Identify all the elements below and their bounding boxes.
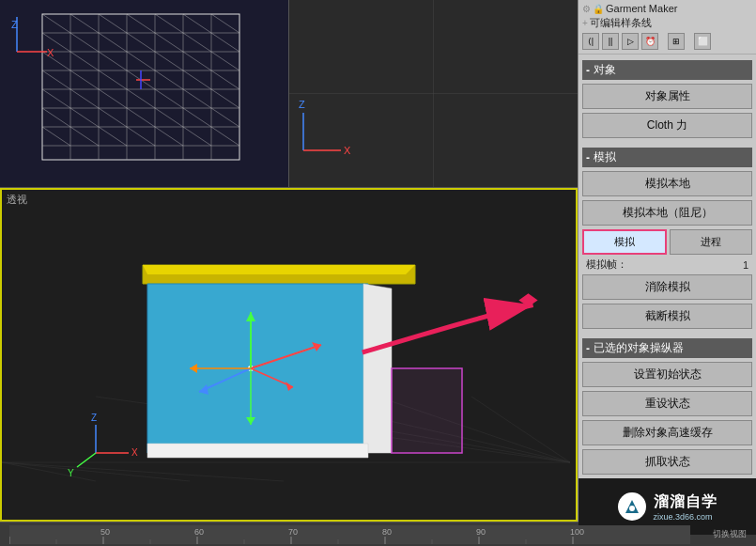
delete-cache-button[interactable]: 删除对象高速缓存 xyxy=(582,420,752,445)
viewport-mesh[interactable]: Z X xyxy=(0,0,289,187)
sim-frame-value: 1 xyxy=(720,259,748,271)
svg-text:100: 100 xyxy=(570,527,584,537)
ruler: 50 60 70 80 90 100 xyxy=(9,525,690,544)
svg-text:70: 70 xyxy=(288,527,298,537)
watermark-main-text: 溜溜自学 xyxy=(654,492,717,512)
viewport-area: Z X Z X xyxy=(0,0,578,522)
panel-toolbar: ⚙ 🔒 Garment Maker + 可编辑样条线 ⟨| || ▷ ⏰ ⊞ ⬜ xyxy=(579,0,756,55)
viewport-top-row: Z X Z X xyxy=(0,0,578,188)
set-initial-button[interactable]: 设置初始状态 xyxy=(582,362,752,387)
svg-text:Y: Y xyxy=(68,468,74,478)
editable-spline-label: 可编辑样条线 xyxy=(590,16,652,30)
panel-icon-btn-4[interactable]: ⏰ xyxy=(641,33,658,50)
panel-icons-row: ⟨| || ▷ ⏰ ⊞ ⬜ xyxy=(582,31,752,52)
simulate-collapse-icon: - xyxy=(586,151,590,164)
svg-text:X: X xyxy=(47,47,54,58)
object-tools-title: 已选的对象操纵器 xyxy=(594,340,684,356)
svg-text:50: 50 xyxy=(100,527,110,537)
truncate-sim-button[interactable]: 截断模拟 xyxy=(582,304,752,329)
clear-sim-button[interactable]: 消除模拟 xyxy=(582,274,752,300)
simulate-section: - 模拟 模拟本地 模拟本地（阻尼） 模拟 进程 模拟帧： 1 消除模拟 截断模… xyxy=(579,144,756,333)
viewport-top-right[interactable]: Z X xyxy=(289,0,578,187)
svg-text:X: X xyxy=(131,447,138,458)
svg-text:90: 90 xyxy=(476,527,486,537)
object-tools-section: - 已选的对象操纵器 设置初始状态 重设状态 删除对象高速缓存 抓取状态 xyxy=(579,335,756,478)
simulate-section-title: 模拟 xyxy=(594,149,616,165)
obj-props-button[interactable]: 对象属性 xyxy=(582,84,752,109)
sim-local-button[interactable]: 模拟本地 xyxy=(582,171,752,196)
svg-text:Z: Z xyxy=(91,413,97,423)
toolbar-row-garment[interactable]: ⚙ 🔒 Garment Maker xyxy=(582,2,752,15)
watermark-text-group: 溜溜自学 zixue.3d66.com xyxy=(654,492,717,522)
object-collapse-icon: - xyxy=(586,64,590,77)
progress-button[interactable]: 进程 xyxy=(670,229,752,255)
object-section: - 对象 对象属性 Cloth 力 xyxy=(579,56,756,142)
watermark-sub-text: zixue.3d66.com xyxy=(654,512,717,522)
sim-frame-label: 模拟帧： xyxy=(586,257,720,272)
object-tools-collapse-icon: - xyxy=(586,342,590,355)
cloth-force-button[interactable]: Cloth 力 xyxy=(582,113,752,138)
watermark: 溜溜自学 zixue.3d66.com xyxy=(618,492,717,522)
svg-text:X: X xyxy=(344,145,351,156)
svg-marker-88 xyxy=(143,265,415,274)
grab-state-button[interactable]: 抓取状态 xyxy=(582,449,752,475)
svg-rect-93 xyxy=(392,368,462,453)
simulate-button[interactable]: 模拟 xyxy=(582,229,667,255)
reset-state-button[interactable]: 重设状态 xyxy=(582,391,752,416)
svg-marker-90 xyxy=(363,284,392,453)
svg-text:Z: Z xyxy=(299,99,305,110)
svg-marker-91 xyxy=(147,444,368,458)
panel-icon-btn-3[interactable]: ▷ xyxy=(622,33,639,50)
sim-frame-row: 模拟帧： 1 xyxy=(582,257,752,273)
status-bar: 50 60 70 80 90 100 切换视图 xyxy=(0,522,756,546)
object-tools-header[interactable]: - 已选的对象操纵器 xyxy=(582,338,752,358)
panel-icon-btn-2[interactable]: || xyxy=(602,33,619,50)
object-section-title: 对象 xyxy=(594,62,616,78)
svg-marker-89 xyxy=(147,284,368,453)
svg-point-116 xyxy=(629,506,635,511)
toolbar-row-spline[interactable]: + 可编辑样条线 xyxy=(582,15,752,31)
svg-rect-117 xyxy=(9,525,587,544)
panel-icon-btn-5[interactable]: ⊞ xyxy=(668,33,685,50)
simulate-progress-row: 模拟 进程 xyxy=(582,229,752,255)
status-right: 切换视图 xyxy=(690,528,747,540)
object-section-header[interactable]: - 对象 xyxy=(582,60,752,80)
svg-text:80: 80 xyxy=(382,527,392,537)
sim-local-dampen-button[interactable]: 模拟本地（阻尼） xyxy=(582,200,752,226)
simulate-section-header[interactable]: - 模拟 xyxy=(582,148,752,167)
right-panel: ⚙ 🔒 Garment Maker + 可编辑样条线 ⟨| || ▷ ⏰ ⊞ ⬜ xyxy=(578,0,756,522)
panel-icon-btn-6[interactable]: ⬜ xyxy=(694,33,711,50)
watermark-logo-icon xyxy=(618,492,646,521)
panel-icon-btn-1[interactable]: ⟨| xyxy=(582,33,599,50)
svg-rect-0 xyxy=(0,0,288,187)
viewport-perspective-label: 透视 xyxy=(7,193,27,207)
garment-maker-label: Garment Maker xyxy=(606,3,677,14)
main-container: Z X Z X xyxy=(0,0,756,522)
viewport-perspective[interactable]: 透视 xyxy=(0,188,578,522)
svg-text:60: 60 xyxy=(194,527,204,537)
